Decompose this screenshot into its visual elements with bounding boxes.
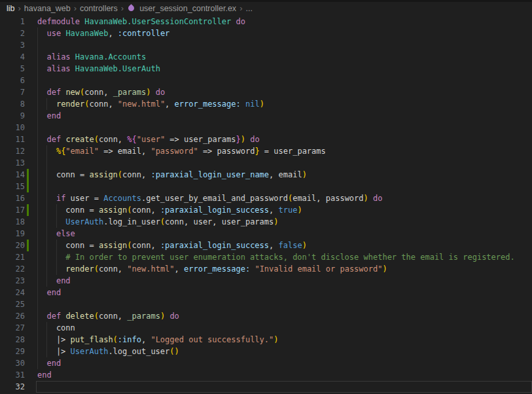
line-number[interactable]: 31 [0, 369, 25, 381]
code-token [37, 217, 65, 226]
code-line[interactable]: 17 conn = assign(conn, :paraxial_login_s… [0, 204, 532, 216]
line-number[interactable]: 16 [0, 192, 25, 204]
code-line[interactable]: 26 def delete(conn, _params) do [0, 310, 532, 322]
line-number[interactable]: 4 [0, 51, 25, 63]
code-token [37, 312, 46, 321]
line-number[interactable]: 5 [0, 63, 25, 75]
code-line[interactable]: 9 end [0, 110, 532, 122]
line-number[interactable]: 24 [0, 287, 25, 298]
code-line[interactable]: 29 |> UserAuth.log_out_user() [0, 346, 532, 357]
indent-guide [37, 275, 38, 287]
line-number[interactable]: 7 [0, 86, 25, 98]
code-token: ( [160, 217, 165, 226]
line-number[interactable]: 28 [0, 334, 25, 346]
line-number[interactable]: 22 [0, 263, 25, 275]
line-number[interactable]: 15 [0, 181, 25, 192]
code-line[interactable]: 11 def create(conn, %{"user" => user_par… [0, 134, 532, 145]
line-number[interactable]: 14 [0, 169, 25, 181]
code-line[interactable]: 13 [0, 157, 532, 169]
code-token [71, 64, 75, 73]
line-number[interactable]: 8 [0, 98, 25, 110]
code-token: error_message: [184, 264, 250, 274]
breadcrumb-item-file[interactable]: user_session_controller.ex [127, 4, 236, 13]
code-line[interactable]: 12 %{"email" => email, "password" => pas… [0, 145, 532, 157]
code-line[interactable]: 20 conn = assign(conn, :paraxial_login_s… [0, 240, 532, 251]
chevron-right-icon: › [74, 4, 77, 12]
code-token: use [46, 29, 61, 38]
line-number[interactable]: 29 [0, 346, 25, 357]
indent-guide [37, 322, 38, 334]
code-line[interactable]: 10 [0, 122, 532, 134]
code-line[interactable]: 22 render(conn, "new.html", error_messag… [0, 263, 532, 275]
indent-guide [37, 86, 38, 98]
code-line[interactable]: 30 end [0, 357, 532, 369]
breadcrumb-item-lib[interactable]: lib [7, 4, 15, 13]
git-added-marker[interactable] [27, 204, 29, 216]
code-line[interactable]: 1defmodule HavanaWeb.UserSessionControll… [0, 16, 532, 27]
line-number[interactable]: 27 [0, 322, 25, 334]
code-line[interactable]: 31end [0, 369, 532, 381]
code-line[interactable]: 24 end [0, 287, 532, 298]
git-added-marker[interactable] [27, 181, 29, 192]
code-token: , [141, 335, 151, 344]
code-line[interactable]: 16 if user = Accounts.get_user_by_email_… [0, 192, 532, 204]
indent-guide [46, 204, 47, 216]
git-added-marker[interactable] [27, 240, 29, 251]
line-number[interactable]: 32 [0, 381, 25, 393]
code-line[interactable]: 2 use HavanaWeb, :controller [0, 27, 532, 39]
indent-guide [46, 240, 47, 251]
code-text: def new(conn, _params) do [37, 86, 532, 98]
code-token: .log_in_user [103, 217, 160, 226]
line-number[interactable]: 30 [0, 357, 25, 369]
line-number[interactable]: 23 [0, 275, 25, 287]
line-number[interactable]: 17 [0, 204, 25, 216]
code-line[interactable]: 15 [0, 181, 532, 192]
code-line[interactable]: 27 conn [0, 322, 532, 334]
breadcrumb-item-controllers[interactable]: controllers [80, 4, 118, 13]
code-token: conn, [132, 206, 160, 215]
code-text [37, 298, 532, 310]
code-token: ) [175, 347, 179, 356]
code-line[interactable]: 5 alias HavanaWeb.UserAuth [0, 63, 532, 75]
line-number[interactable]: 10 [0, 122, 25, 134]
line-number[interactable]: 9 [0, 110, 25, 122]
code-line[interactable]: 3 [0, 39, 532, 51]
indent-guide [37, 192, 38, 204]
code-line[interactable]: 25 [0, 298, 532, 310]
code-token: |> [37, 347, 71, 356]
line-number[interactable]: 2 [0, 27, 25, 39]
line-number[interactable]: 12 [0, 145, 25, 157]
line-number[interactable]: 21 [0, 251, 25, 263]
indent-guide [37, 216, 38, 228]
line-number[interactable]: 19 [0, 228, 25, 240]
code-line[interactable]: 18 UserAuth.log_in_user(conn, user, user… [0, 216, 532, 228]
breadcrumb-item-more[interactable]: ... [245, 4, 252, 13]
code-line[interactable]: 7 def new(conn, _params) do [0, 86, 532, 98]
code-line[interactable]: 21 # In order to prevent user enumeratio… [0, 251, 532, 263]
code-line[interactable]: 23 end [0, 275, 532, 287]
code-token: def [46, 88, 61, 97]
code-token: } [236, 135, 241, 144]
code-token: assign [99, 206, 127, 215]
line-number[interactable]: 25 [0, 298, 25, 310]
code-line[interactable]: 8 render(conn, "new.html", error_message… [0, 98, 532, 110]
code-line[interactable]: 14 conn = assign(conn, :paraxial_login_u… [0, 169, 532, 181]
line-number[interactable]: 20 [0, 240, 25, 251]
line-number[interactable]: 18 [0, 216, 25, 228]
breadcrumb-item-havana-web[interactable]: havana_web [24, 4, 71, 13]
line-number[interactable]: 3 [0, 39, 25, 51]
code-token: def [46, 135, 61, 144]
code-token: _params [113, 88, 147, 97]
code-line[interactable]: 32 [0, 381, 532, 393]
git-added-marker[interactable] [27, 169, 29, 181]
indent-guide [37, 75, 38, 86]
line-number[interactable]: 11 [0, 134, 25, 145]
line-number[interactable]: 6 [0, 75, 25, 86]
code-line[interactable]: 4 alias Havana.Accounts [0, 51, 532, 63]
code-line[interactable]: 6 [0, 75, 532, 86]
code-line[interactable]: 28 |> put_flash(:info, "Logged out succe… [0, 334, 532, 346]
code-line[interactable]: 19 else [0, 228, 532, 240]
line-number[interactable]: 26 [0, 310, 25, 322]
line-number[interactable]: 1 [0, 16, 25, 27]
line-number[interactable]: 13 [0, 157, 25, 169]
